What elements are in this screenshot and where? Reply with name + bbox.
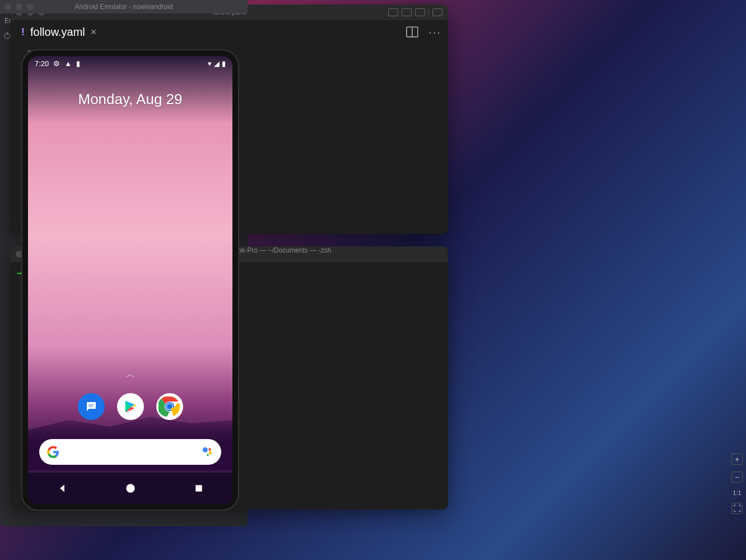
app-drawer-caret-icon[interactable]: ︿ <box>125 367 136 381</box>
zoom-fit-button[interactable]: ⛶ <box>731 503 743 514</box>
svg-point-17 <box>203 447 208 452</box>
zoom-rail: + − 1:1 ⛶ <box>731 454 743 514</box>
messages-app-icon[interactable] <box>78 393 105 420</box>
google-assistant-icon[interactable] <box>201 446 213 458</box>
emulator-titlebar: Android Emulator - nowinandroid <box>0 0 248 13</box>
nav-home-icon[interactable] <box>125 483 136 493</box>
phone-frame: 7:20 ⚙ ▲ ▮ ▾ ◢ ▮ Monday, Aug 29 ︿ <box>22 50 238 510</box>
layout-icon-2[interactable] <box>402 8 412 16</box>
svg-point-18 <box>208 448 211 451</box>
nav-back-icon[interactable] <box>57 483 67 493</box>
emulator-window: Android Emulator - nowinandroid Emulator… <box>0 0 248 526</box>
battery-icon: ▮ <box>222 59 226 68</box>
traffic-light-minimize[interactable] <box>16 3 22 10</box>
wifi-icon: ▾ <box>208 59 212 68</box>
svg-point-19 <box>209 451 212 455</box>
signal-icon: ◢ <box>214 59 220 68</box>
emulator-title: Android Emulator - nowinandroid <box>75 3 173 11</box>
chrome-app-icon[interactable] <box>156 393 183 420</box>
traffic-light-close[interactable] <box>4 3 11 10</box>
split-editor-icon[interactable] <box>406 26 418 38</box>
close-tab-icon[interactable]: × <box>91 26 97 38</box>
zoom-level: 1:1 <box>733 489 741 496</box>
tab-row: ! follow.yaml × ··· <box>10 20 448 44</box>
tab-follow-yaml[interactable]: ! follow.yaml × <box>17 24 101 41</box>
more-actions-icon[interactable]: ··· <box>428 26 441 39</box>
nav-bar <box>28 473 232 504</box>
layout-icon-3[interactable] <box>415 8 425 16</box>
svg-point-20 <box>207 454 209 456</box>
phone-screen[interactable]: 7:20 ⚙ ▲ ▮ ▾ ◢ ▮ Monday, Aug 29 ︿ <box>28 56 232 504</box>
traffic-light-zoom[interactable] <box>27 3 34 10</box>
svg-point-21 <box>127 484 135 492</box>
gear-icon: ⚙ <box>53 59 60 68</box>
play-store-app-icon[interactable] <box>117 393 144 420</box>
app-dock <box>78 393 183 420</box>
layout-icon-1[interactable] <box>388 8 398 16</box>
svg-rect-22 <box>195 485 202 491</box>
zoom-out-button[interactable]: − <box>731 472 743 483</box>
layout-icon-4[interactable] <box>432 8 442 16</box>
tab-label: follow.yaml <box>30 26 85 39</box>
traffic-light-close[interactable] <box>16 251 22 258</box>
home-date: Monday, Aug 29 <box>28 91 232 108</box>
zoom-in-button[interactable]: + <box>731 454 743 465</box>
sdcard-icon: ▮ <box>76 59 80 68</box>
warning-icon: ▲ <box>64 59 72 68</box>
google-search-bar[interactable] <box>39 439 221 465</box>
status-time: 7:20 <box>35 59 49 68</box>
status-bar: 7:20 ⚙ ▲ ▮ ▾ ◢ ▮ <box>28 56 232 71</box>
google-logo-icon <box>47 446 59 458</box>
nav-recents-icon[interactable] <box>194 484 203 493</box>
yaml-file-icon: ! <box>21 26 25 38</box>
